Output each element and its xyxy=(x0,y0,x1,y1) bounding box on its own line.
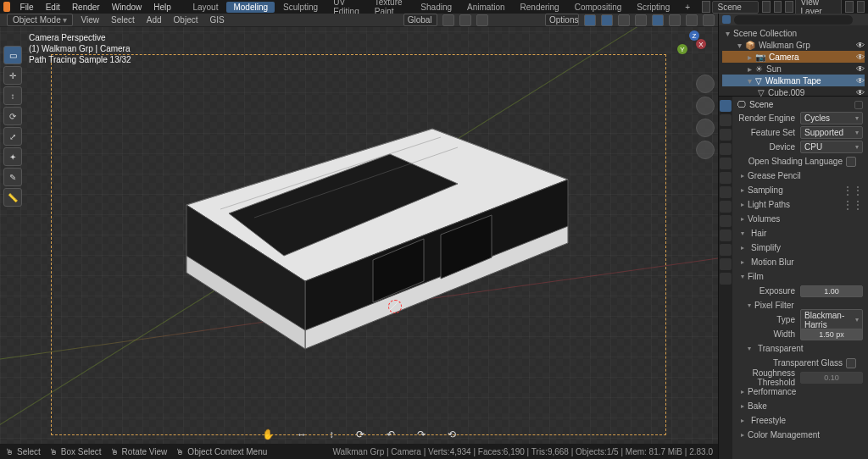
tab-viewlayer[interactable] xyxy=(720,129,732,141)
vp-menu-view[interactable]: View xyxy=(76,14,103,25)
feature-set-select[interactable]: Supported▾ xyxy=(800,126,863,139)
nav-ortho-icon[interactable] xyxy=(696,141,715,159)
menu-edit[interactable]: Edit xyxy=(41,2,65,13)
shade-wire-icon[interactable] xyxy=(635,14,647,26)
shade-render-icon[interactable] xyxy=(686,14,698,26)
tool-transform[interactable]: ✦ xyxy=(3,147,22,166)
nav-gizmo[interactable]: X Y Z xyxy=(677,32,709,64)
propedit-icon[interactable] xyxy=(476,14,488,26)
orientation-select[interactable]: Global xyxy=(403,14,437,26)
outliner-walkman-tape[interactable]: Walkman Tape xyxy=(765,76,821,86)
workspace-compositing[interactable]: Compositing xyxy=(568,2,629,13)
nav-undo-icon[interactable]: ↶ xyxy=(381,427,400,442)
tool-rotate[interactable]: ⟳ xyxy=(3,107,22,125)
gizmo-y[interactable]: Y xyxy=(677,44,687,54)
workspace-scripting[interactable]: Scripting xyxy=(630,2,676,13)
outliner-walkman-grp[interactable]: Walkman Grp xyxy=(759,41,810,50)
workspace-rendering[interactable]: Rendering xyxy=(514,2,566,13)
tab-scene[interactable] xyxy=(720,143,732,155)
roughthresh-field[interactable]: 0.10 xyxy=(800,372,863,384)
tab-constraints[interactable] xyxy=(720,230,732,241)
tab-material[interactable] xyxy=(720,258,732,270)
sec-motionblur[interactable]: Motion Blur xyxy=(751,257,794,267)
mode-select[interactable]: Object Mode ▾ xyxy=(7,14,73,26)
filter-type-select[interactable]: Blackman-Harris▾ xyxy=(800,309,863,331)
gizmo-x[interactable]: X xyxy=(696,39,706,49)
nav-pany-icon[interactable]: ↕ xyxy=(324,427,339,442)
outliner-root[interactable]: Scene Collection xyxy=(733,29,797,38)
pivot-icon[interactable] xyxy=(442,14,454,26)
nav-camera-icon[interactable] xyxy=(696,119,715,137)
sec-freestyle[interactable]: Freestyle xyxy=(751,416,786,425)
shade-matprev-icon[interactable] xyxy=(669,14,681,26)
tool-move[interactable]: ↕ xyxy=(3,86,22,105)
tab-data[interactable] xyxy=(720,244,732,256)
menu-window[interactable]: Window xyxy=(107,2,147,13)
pin-icon[interactable] xyxy=(854,101,863,109)
sec-film[interactable]: Film xyxy=(748,272,764,281)
scene-del[interactable] xyxy=(774,1,782,13)
tool-measure[interactable]: 📏 xyxy=(3,188,22,207)
tool-select-box[interactable]: ▭ xyxy=(3,46,22,64)
workspace-modeling[interactable]: Modeling xyxy=(226,2,275,13)
exposure-field[interactable]: 1.00 xyxy=(800,285,863,297)
render-engine-select[interactable]: Cycles▾ xyxy=(800,112,863,124)
width-field[interactable]: 1.50 px xyxy=(800,329,863,340)
sec-volumes[interactable]: Volumes xyxy=(748,214,780,224)
tab-output[interactable] xyxy=(720,114,732,126)
sec-bake[interactable]: Bake xyxy=(748,401,767,411)
sec-grease[interactable]: Grease Pencil xyxy=(748,171,801,180)
shading-opts-icon[interactable] xyxy=(703,14,715,26)
sec-simplify[interactable]: Simplify xyxy=(751,243,781,252)
viewlayer-new[interactable] xyxy=(845,1,854,13)
tool-cursor[interactable]: ✛ xyxy=(3,66,22,85)
outliner-sun[interactable]: Sun xyxy=(766,64,782,74)
viewlayer-del[interactable] xyxy=(857,1,865,13)
tab-world[interactable] xyxy=(720,158,732,169)
vp-menu-object[interactable]: Object xyxy=(170,14,203,25)
sec-colormgmt[interactable]: Color Management xyxy=(748,430,820,440)
workspace-anim[interactable]: Animation xyxy=(460,2,511,13)
tool-annotate[interactable]: ✎ xyxy=(3,168,22,186)
app-logo[interactable] xyxy=(3,2,10,12)
trglass-checkbox[interactable] xyxy=(846,358,856,368)
vp-menu-select[interactable]: Select xyxy=(107,14,139,25)
nav-panx-icon[interactable]: ↔ xyxy=(292,427,312,442)
sec-perf[interactable]: Performance xyxy=(748,387,796,396)
gizmo-btn[interactable] xyxy=(584,14,596,26)
nav-zoom-icon[interactable] xyxy=(696,75,715,93)
gizmo-z[interactable]: Z xyxy=(689,30,699,41)
nav-hand-icon[interactable]: ✋ xyxy=(257,427,280,442)
outliner-camera[interactable]: Camera xyxy=(769,53,799,62)
snap-icon[interactable] xyxy=(459,14,471,26)
overlays-btn[interactable] xyxy=(601,14,613,26)
scene-icon[interactable] xyxy=(702,1,710,13)
workspace-shading[interactable]: Shading xyxy=(414,2,459,13)
tab-render[interactable] xyxy=(720,100,732,112)
tab-object[interactable] xyxy=(720,172,732,184)
menu-help[interactable]: Help xyxy=(148,2,176,13)
tab-physics[interactable] xyxy=(720,215,732,227)
scene-new[interactable] xyxy=(762,1,771,13)
menu-render[interactable]: Render xyxy=(67,2,105,13)
outliner-type-icon[interactable] xyxy=(722,15,731,24)
shade-solid-icon[interactable] xyxy=(652,14,664,26)
outliner-search[interactable] xyxy=(734,15,853,25)
outliner-filter-icon[interactable] xyxy=(856,15,865,24)
viewport-canvas[interactable]: ▭ ✛ ↕ ⟳ ⤢ ✦ ✎ 📏 Camera Perspective (1) W… xyxy=(0,27,718,459)
device-select[interactable]: CPU▾ xyxy=(800,141,863,153)
xray-btn[interactable] xyxy=(618,14,630,26)
outliner-cube009[interactable]: Cube.009 xyxy=(768,88,804,97)
nav-rot-icon[interactable]: ⟳ xyxy=(351,427,370,442)
sec-sampling[interactable]: Sampling xyxy=(748,185,783,195)
sec-hair[interactable]: Hair xyxy=(751,229,766,238)
options-popover[interactable]: Options xyxy=(545,14,579,26)
workspace-add[interactable]: + xyxy=(678,2,697,13)
nav-redo-icon[interactable]: ↷ xyxy=(412,427,431,442)
vp-menu-gis[interactable]: GIS xyxy=(205,14,228,25)
sec-lightpaths[interactable]: Light Paths xyxy=(748,200,790,209)
tab-particles[interactable] xyxy=(720,201,732,213)
workspace-sculpting[interactable]: Sculpting xyxy=(276,2,325,13)
menu-file[interactable]: File xyxy=(15,2,39,13)
nav-refresh-icon[interactable]: ⟲ xyxy=(442,427,461,442)
